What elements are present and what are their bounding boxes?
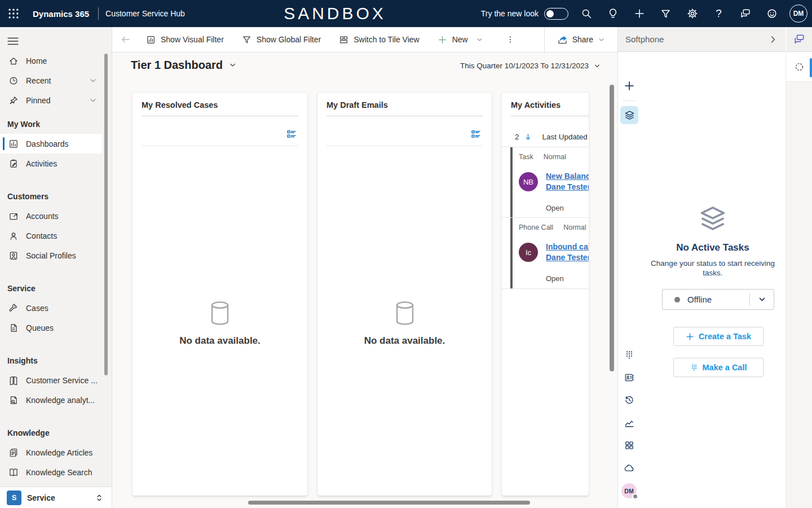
agent-avatar[interactable]: DM xyxy=(621,483,637,498)
sort-descending-icon[interactable] xyxy=(524,133,532,141)
sidebar-section-service: Service xyxy=(0,279,112,298)
sidebar-item-home[interactable]: Home xyxy=(0,51,112,71)
add-icon[interactable] xyxy=(624,80,635,91)
timeframe-selector[interactable]: This Quarter 10/1/2023 To 12/31/2023 xyxy=(460,62,601,70)
contact-card-icon[interactable] xyxy=(624,373,634,383)
sidebar-scrollbar[interactable] xyxy=(104,54,108,375)
clock-icon xyxy=(8,76,19,86)
view-selector-icon[interactable] xyxy=(470,129,482,140)
view-selector-icon[interactable] xyxy=(286,129,297,140)
layers-icon xyxy=(698,204,727,234)
activity-accent-bar xyxy=(510,218,513,288)
sidebar-item-knowledge-articles[interactable]: Knowledge Articles xyxy=(0,443,112,462)
collapse-panel-chevron-right-icon[interactable] xyxy=(769,35,778,44)
dashboard-selector[interactable]: Tier 1 Dashboard xyxy=(131,59,236,72)
avatar[interactable]: NB xyxy=(519,172,538,191)
activity-subject-link[interactable]: Inbound cal xyxy=(546,242,589,251)
chevron-down-icon xyxy=(594,63,601,69)
sidebar-item-contacts[interactable]: Contacts xyxy=(0,226,112,246)
sidebar-item-dashboards[interactable]: Dashboards xyxy=(0,134,102,154)
add-icon xyxy=(686,332,694,341)
productivity-pane-rail: DM xyxy=(617,52,640,508)
activity-list-item[interactable]: Task Normal NB New Balanc Dane Tester Op… xyxy=(502,147,589,218)
new-button[interactable]: New xyxy=(438,35,483,45)
pin-icon xyxy=(8,95,19,106)
activity-accent-bar xyxy=(510,147,513,217)
user-avatar[interactable]: DM xyxy=(789,5,807,23)
show-global-filter-button[interactable]: Show Global Filter xyxy=(242,35,321,45)
vertical-scrollbar[interactable] xyxy=(610,85,614,371)
activity-list-item[interactable]: Phone Call Normal Ic Inbound cal Dane Te… xyxy=(502,218,589,289)
sidebar-item-customer-service-insights[interactable]: Customer Service ... xyxy=(0,370,112,390)
softphone-pane-tab[interactable] xyxy=(786,52,812,82)
activity-type: Phone Call xyxy=(519,224,553,231)
dialpad-icon[interactable] xyxy=(624,350,634,360)
sidebar-section-insights: Insights xyxy=(0,351,112,370)
card-title: My Resolved Cases xyxy=(133,93,307,110)
home-icon xyxy=(8,56,19,66)
topbar-divider xyxy=(98,7,99,20)
new-look-toggle[interactable] xyxy=(544,8,568,20)
empty-text: No data available. xyxy=(179,335,261,347)
sidebar-item-queues[interactable]: Queues xyxy=(0,318,112,338)
avatar[interactable]: Ic xyxy=(519,243,538,262)
sidebar-item-social-profiles[interactable]: Social Profiles xyxy=(0,246,112,265)
presence-status-dropdown[interactable]: Offline xyxy=(662,289,774,310)
plugin-icon xyxy=(794,62,805,72)
hamburger-menu-icon[interactable] xyxy=(7,36,20,46)
search-icon[interactable] xyxy=(573,0,599,27)
dynamics-brand[interactable]: Dynamics 365 xyxy=(33,9,89,19)
horizontal-scrollbar[interactable] xyxy=(248,501,530,505)
knowledge-articles-icon xyxy=(8,448,19,458)
sidebar-item-recent[interactable]: Recent xyxy=(0,71,112,90)
create-task-button[interactable]: Create a Task xyxy=(673,327,764,346)
feedback-icon[interactable] xyxy=(732,0,758,27)
area-switcher[interactable]: S Service xyxy=(0,487,112,508)
presence-dot xyxy=(632,493,638,500)
waffle-icon[interactable] xyxy=(0,0,27,27)
activity-subject-link[interactable]: New Balanc xyxy=(546,172,589,181)
knowledge-analytics-icon xyxy=(8,395,19,405)
sidebar-item-knowledge-analytics[interactable]: Knowledge analyt... xyxy=(0,390,112,410)
sidebar-item-accounts[interactable]: Accounts xyxy=(0,206,112,226)
activity-regarding-link[interactable]: Dane Tester xyxy=(546,253,589,262)
lightbulb-icon[interactable] xyxy=(599,0,626,27)
cloud-icon[interactable] xyxy=(624,463,634,473)
show-visual-filter-button[interactable]: Show Visual Filter xyxy=(146,35,224,45)
card-divider xyxy=(511,116,589,116)
add-icon[interactable] xyxy=(626,0,652,27)
chevron-down-icon[interactable] xyxy=(89,97,97,104)
new-look-toggle-group: Try the new look xyxy=(481,8,568,20)
back-icon[interactable] xyxy=(113,34,138,45)
smiley-icon[interactable] xyxy=(758,0,785,27)
activity-regarding-link[interactable]: Dane Tester xyxy=(546,182,589,191)
settings-gear-icon[interactable] xyxy=(679,0,705,27)
sandbox-environment-label: SANDBOX xyxy=(284,4,386,23)
chevron-down-icon xyxy=(476,36,483,43)
more-vertical-icon[interactable] xyxy=(506,35,515,44)
app-grid-icon[interactable] xyxy=(624,440,634,450)
switch-to-tile-view-button[interactable]: Switch to Tile View xyxy=(339,35,419,45)
sort-field-label[interactable]: Last Updated xyxy=(542,133,588,141)
dashboards-icon xyxy=(8,139,19,149)
chevron-down-icon[interactable] xyxy=(89,77,97,85)
sidebar-item-knowledge-search[interactable]: Knowledge Search xyxy=(0,462,112,482)
history-icon[interactable] xyxy=(624,395,634,405)
app-name[interactable]: Customer Service Hub xyxy=(105,9,185,18)
make-call-button[interactable]: Make a Call xyxy=(673,358,764,377)
help-icon[interactable]: ? xyxy=(705,0,732,27)
chevron-down-icon[interactable] xyxy=(750,295,774,304)
tasks-layers-icon[interactable] xyxy=(620,106,638,124)
activity-priority: Normal xyxy=(563,224,586,231)
empty-state: No data available. xyxy=(133,300,307,347)
activity-status: Open xyxy=(546,204,564,212)
rail-divider xyxy=(623,100,636,101)
sidebar-item-pinned[interactable]: Pinned xyxy=(0,90,112,110)
teams-chat-icon[interactable] xyxy=(785,27,812,52)
share-button[interactable]: Share xyxy=(544,27,617,52)
sidebar-section-knowledge: Knowledge xyxy=(0,423,112,443)
sidebar-item-cases[interactable]: Cases xyxy=(0,298,112,318)
filter-icon[interactable] xyxy=(652,0,679,27)
sidebar-item-activities[interactable]: Activities xyxy=(0,154,112,173)
chart-line-icon[interactable] xyxy=(624,418,634,428)
